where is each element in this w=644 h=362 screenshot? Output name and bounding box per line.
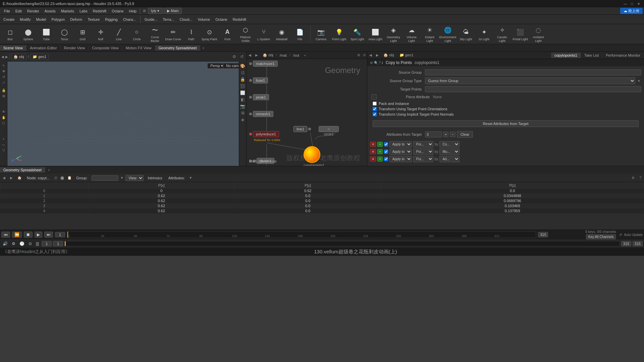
ss-filter-icon[interactable]: ▼ bbox=[120, 176, 124, 180]
pc-icon4[interactable]: ⊙ bbox=[27, 241, 33, 246]
auto-update-icon[interactable]: ↺ bbox=[619, 233, 622, 237]
menu-edit[interactable]: Edit bbox=[13, 8, 24, 14]
tool-distant-light[interactable]: ☀Distant Light bbox=[421, 25, 438, 44]
tool-sky-light[interactable]: 🌤Sky Light bbox=[457, 25, 475, 44]
tool-curve-bezier[interactable]: 〜Curve Bezier bbox=[146, 25, 164, 44]
tb-terra[interactable]: Terra... bbox=[161, 17, 176, 22]
ss-home[interactable]: 🏠 bbox=[16, 175, 23, 180]
tb-guide[interactable]: Guide... bbox=[143, 17, 160, 22]
ss-view-select[interactable]: View bbox=[125, 175, 144, 181]
menu-markets[interactable]: Markets bbox=[58, 8, 77, 14]
attr-apply-3[interactable]: Apply to bbox=[389, 156, 412, 162]
tb-redshift[interactable]: Redshift bbox=[231, 17, 248, 22]
back-button[interactable]: ◀ bbox=[1, 55, 4, 59]
tb-octane[interactable]: Octane bbox=[213, 17, 229, 22]
clear-button[interactable]: Clear bbox=[457, 131, 473, 138]
tool-point[interactable]: • bbox=[2, 136, 5, 141]
prop-forward[interactable]: ▶ bbox=[374, 53, 381, 58]
tool-edge[interactable]: — bbox=[1, 142, 6, 147]
tab-takelist[interactable]: Take List bbox=[581, 53, 602, 58]
tool-camera[interactable]: 📷Camera bbox=[312, 25, 330, 44]
maximize-button[interactable]: □ bbox=[629, 1, 635, 6]
source-group-input[interactable] bbox=[425, 69, 641, 75]
ss-attr-filter[interactable]: ▼ bbox=[189, 176, 192, 180]
tool-select[interactable]: ↖ bbox=[2, 63, 6, 68]
tool-environment-light[interactable]: 🌐Environment Light bbox=[439, 25, 457, 44]
workspace-dropdown[interactable]: lyly ▾ bbox=[148, 8, 162, 14]
nodegraph-area[interactable]: Geometry bbox=[247, 59, 367, 166]
tool-caustic-light[interactable]: ✧Caustic Light bbox=[493, 25, 511, 44]
tool-gi-light[interactable]: ✦GI Light bbox=[475, 25, 493, 44]
playhead[interactable] bbox=[67, 232, 68, 238]
side-icon-2[interactable]: ⊡ bbox=[240, 70, 246, 76]
pc-icon1[interactable]: 🔊 bbox=[1, 241, 9, 246]
menu-help[interactable]: Help bbox=[126, 8, 140, 14]
menu-file[interactable]: File bbox=[1, 8, 13, 14]
tool-view2[interactable]: ⬡ bbox=[1, 121, 6, 126]
attrs-plus-button[interactable]: + bbox=[443, 132, 448, 137]
ss-add-tab[interactable]: + bbox=[45, 167, 53, 173]
ng-refresh[interactable]: ↺ bbox=[362, 53, 367, 57]
tab-copytopoints[interactable]: copytopoints1 bbox=[551, 53, 581, 58]
tab-geo-spreadsheet[interactable]: Geometry Spreadsheet bbox=[155, 45, 201, 51]
frame-current-input[interactable] bbox=[42, 241, 52, 246]
tb-create[interactable]: Create bbox=[1, 17, 16, 22]
prop-back[interactable]: ◀ bbox=[367, 53, 374, 58]
tool-path[interactable]: ⌇Path bbox=[182, 25, 200, 44]
side-icon-9[interactable]: ◈ bbox=[240, 117, 246, 123]
frame-end-input3[interactable] bbox=[633, 241, 643, 246]
pc-icon5[interactable]: ||| bbox=[35, 241, 40, 246]
ng-add[interactable]: + bbox=[302, 53, 308, 58]
cloud-button[interactable]: ☁ 抢上传 bbox=[620, 8, 643, 14]
tool-point-light[interactable]: 💡Point Light bbox=[330, 25, 348, 44]
transform-implicit-checkbox[interactable] bbox=[373, 112, 377, 116]
tb-chara[interactable]: Chara... bbox=[121, 17, 138, 22]
close-button[interactable]: ✕ bbox=[636, 1, 641, 6]
settings-icon[interactable]: ⚙ bbox=[231, 54, 237, 59]
menu-labs[interactable]: Labs bbox=[77, 8, 90, 14]
play-button[interactable]: ▶ bbox=[35, 232, 42, 238]
attrs-minus-button[interactable]: − bbox=[450, 132, 455, 137]
tool-circle[interactable]: ○Circle bbox=[128, 25, 146, 44]
tool-lsystem[interactable]: ⑂L-System bbox=[255, 25, 272, 44]
ng-out[interactable]: /out bbox=[290, 53, 302, 58]
key-all-button[interactable]: Key All Channels bbox=[586, 234, 616, 239]
frame-end-input2[interactable] bbox=[621, 241, 631, 246]
tool-metaball[interactable]: ◉Metaball bbox=[273, 25, 290, 44]
attr-add-3[interactable]: + bbox=[377, 157, 383, 162]
tool-geometry-light[interactable]: ◈Geometry Light bbox=[385, 25, 402, 44]
node-polyreduce1[interactable]: polyreduce1 Reduced To: 0.59% bbox=[249, 131, 279, 137]
tool-lock[interactable]: 🔒 bbox=[1, 88, 6, 93]
side-icon-3[interactable]: 🔒 bbox=[240, 76, 246, 82]
tool-torus[interactable]: ◯Torus bbox=[56, 25, 73, 44]
tb-polygon[interactable]: Polygon bbox=[49, 17, 67, 22]
tool-handle[interactable]: ✋ bbox=[1, 115, 6, 120]
side-icon-5[interactable]: ⬜ bbox=[240, 90, 246, 96]
tool-vis[interactable]: 👁 bbox=[1, 109, 6, 114]
node-peak1[interactable]: peak1 bbox=[249, 94, 269, 100]
ss-node-icon1[interactable]: ⊡ bbox=[54, 175, 58, 180]
transform-target-checkbox[interactable] bbox=[373, 107, 377, 111]
node-box-line1[interactable]: line1 bbox=[293, 126, 307, 132]
step-back-button[interactable]: ⏪ bbox=[12, 232, 22, 238]
side-icon-1[interactable]: 🎨 bbox=[240, 63, 246, 69]
tool-tube[interactable]: ⬜Tube bbox=[38, 25, 55, 44]
tool-volume-light[interactable]: ☁Volume Light bbox=[403, 25, 420, 44]
source-group-type-select[interactable]: Guess from Group bbox=[425, 77, 635, 84]
tool-font[interactable]: AFont bbox=[219, 25, 236, 44]
menu-redshift[interactable]: Redshift bbox=[90, 8, 109, 14]
tool-file[interactable]: 📄File bbox=[291, 25, 309, 44]
attr-add-1[interactable]: + bbox=[377, 142, 383, 147]
tool-grid[interactable]: ⊞Grid bbox=[74, 25, 91, 44]
node-box-circle1[interactable]: ○ bbox=[319, 126, 339, 132]
tool-snap[interactable]: ⊞ bbox=[2, 94, 6, 99]
ss-node-icon2[interactable]: ⬤ bbox=[60, 175, 65, 180]
tool-area-light[interactable]: ⬜Area Light bbox=[367, 25, 384, 44]
node-line1[interactable]: line1 bbox=[293, 126, 311, 132]
tool-spot-light[interactable]: 🔦Spot Light bbox=[348, 25, 366, 44]
attr-apply-2[interactable]: Apply to bbox=[389, 148, 412, 155]
attr-check-3[interactable] bbox=[384, 157, 388, 161]
ss-help[interactable]: ? bbox=[638, 176, 643, 180]
ng-home[interactable]: 🏠 obj bbox=[260, 52, 276, 58]
node-fuse1[interactable]: fuse1 bbox=[249, 77, 268, 83]
